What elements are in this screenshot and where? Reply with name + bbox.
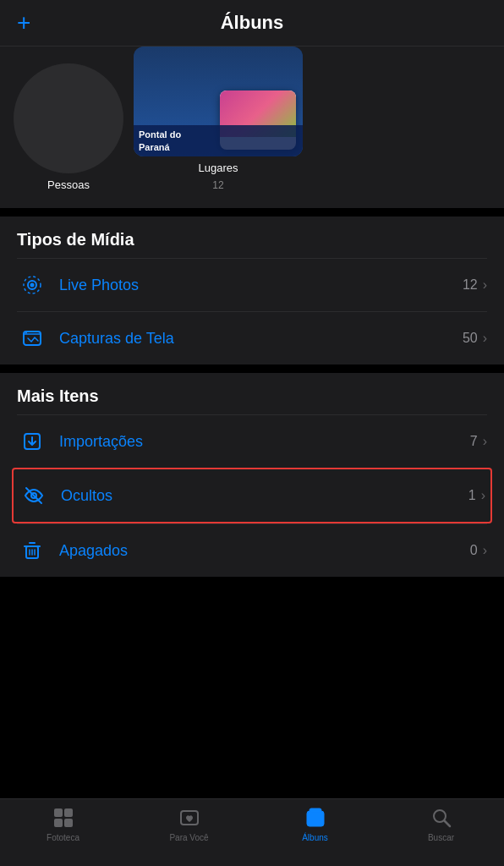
live-photos-label: Live Photos [59,277,463,294]
hidden-chevron: › [481,488,485,503]
deleted-label: Apagados [59,542,470,560]
svg-point-4 [25,332,27,334]
more-items-title: Mais Itens [17,386,487,414]
svg-rect-14 [54,808,63,817]
lugares-text-overlay: Pontal do Paraná [134,125,303,156]
search-tab-icon [430,806,453,830]
screenshots-label: Capturas de Tela [59,330,463,348]
svg-rect-15 [64,808,73,817]
svg-line-22 [444,821,450,827]
tab-for-you[interactable]: Para Você [126,806,252,842]
screenshots-item[interactable]: Capturas de Tela 50 › [17,311,487,364]
live-photos-item[interactable]: Live Photos 12 › [17,258,487,311]
screenshots-count: 50 [463,331,478,346]
library-tab-label: Fototeca [47,833,79,842]
search-tab-label: Buscar [428,833,454,842]
pessoas-label: Pessoas [47,178,90,191]
deleted-count: 0 [470,543,478,558]
import-icon [17,426,47,457]
divider-1 [0,208,504,216]
svg-rect-20 [310,808,321,812]
people-places-section: Pessoas Pontal do Paraná Lugares 12 [0,47,504,208]
live-photos-chevron: › [483,277,487,293]
more-items-section: Mais Itens Importações 7 › Ocu [0,373,504,577]
imports-count: 7 [470,434,478,449]
tab-bar: Fototeca Para Você Álbuns Buscar [0,798,504,866]
lugares-thumbnail: Pontal do Paraná [134,47,303,156]
deleted-item[interactable]: Apagados 0 › [17,523,487,577]
lugares-item[interactable]: Pontal do Paraná Lugares 12 [134,47,303,191]
divider-2 [0,364,504,373]
deleted-chevron: › [483,543,487,558]
albums-tab-icon [304,806,327,830]
svg-point-1 [30,283,35,288]
live-photo-icon [17,270,47,300]
hidden-icon [19,480,49,511]
for-you-tab-icon [178,806,201,830]
content-area: + Álbuns Pessoas Pontal do Paraná Lugare… [0,0,504,798]
svg-rect-16 [54,819,63,827]
trash-icon [17,535,47,566]
albums-tab-label: Álbuns [302,833,328,842]
screenshots-chevron: › [483,331,487,346]
imports-item[interactable]: Importações 7 › [17,414,487,468]
pessoas-item[interactable]: Pessoas [14,63,123,191]
add-button[interactable]: + [17,11,30,35]
for-you-tab-label: Para Você [169,833,208,842]
svg-rect-17 [64,819,73,827]
hidden-item[interactable]: Ocultos 1 › [12,468,492,523]
media-types-section: Tipos de Mídia Live Photos 12 › [0,216,504,364]
hidden-count: 1 [468,488,476,503]
imports-label: Importações [59,433,470,451]
pessoas-thumbnail [14,63,123,173]
screenshot-icon [17,323,47,354]
page-title: Álbuns [221,12,284,34]
hidden-label: Ocultos [61,487,468,505]
lugares-count: 12 [212,179,223,191]
media-types-title: Tipos de Mídia [17,230,487,258]
svg-rect-19 [307,811,324,826]
lugares-label: Lugares [199,162,238,174]
live-photos-count: 12 [463,277,478,293]
tab-library[interactable]: Fototeca [0,806,126,842]
tab-search[interactable]: Buscar [378,806,504,842]
tab-albums[interactable]: Álbuns [252,806,378,842]
header: + Álbuns [0,0,504,47]
library-tab-icon [52,806,75,830]
imports-chevron: › [483,434,487,449]
